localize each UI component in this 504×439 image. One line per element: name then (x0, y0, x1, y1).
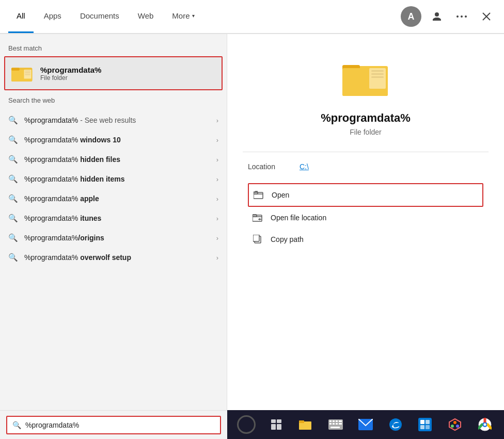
location-label: Location (248, 162, 289, 171)
list-item[interactable]: 🔍 %programdata%/origins › (0, 228, 227, 248)
copy-icon (252, 234, 263, 245)
folder-icon (11, 62, 33, 84)
svg-rect-38 (339, 420, 342, 422)
person-icon[interactable] (428, 7, 446, 26)
result-text: %programdata% - See web results (24, 116, 210, 124)
file-explorer-icon[interactable] (295, 414, 317, 435)
best-match-subtitle: File folder (40, 74, 101, 82)
svg-rect-19 (369, 68, 386, 89)
search-icon: 🔍 (8, 155, 18, 164)
list-item[interactable]: 🔍 %programdata% apple › (0, 189, 227, 208)
svg-point-53 (451, 425, 454, 428)
list-item[interactable]: 🔍 %programdata% itunes › (0, 208, 227, 228)
list-item[interactable]: 🔍 %programdata% hidden items › (0, 169, 227, 189)
svg-rect-49 (420, 425, 424, 429)
top-nav: All Apps Documents Web More ▾ A (0, 0, 504, 34)
more-options-icon[interactable] (452, 7, 471, 26)
list-item[interactable]: 🔍 %programdata% overwolf setup › (0, 248, 227, 267)
svg-rect-21 (254, 192, 258, 194)
search-icon: 🔍 (8, 194, 18, 203)
open-file-location-action[interactable]: Open file location (248, 207, 483, 229)
open-label: Open (272, 191, 289, 199)
svg-rect-12 (24, 70, 32, 79)
svg-rect-35 (329, 420, 332, 422)
tab-documents[interactable]: Documents (72, 0, 128, 33)
result-text: %programdata% itunes (24, 214, 210, 222)
svg-point-2 (465, 15, 467, 18)
tab-apps[interactable]: Apps (36, 0, 70, 33)
svg-rect-42 (339, 423, 342, 425)
open-file-location-label: Open file location (271, 214, 326, 222)
edge-icon[interactable] (385, 414, 406, 435)
chevron-right-icon: › (216, 215, 218, 222)
search-icon: 🔍 (8, 116, 18, 125)
chevron-right-icon: › (216, 234, 218, 242)
right-panel-title: %programdata% (321, 111, 411, 125)
avatar[interactable]: A (401, 6, 421, 27)
tab-more[interactable]: More ▾ (164, 0, 202, 33)
result-text: %programdata% hidden items (24, 175, 210, 183)
location-value[interactable]: C:\ (300, 162, 309, 171)
search-icon: 🔍 (8, 135, 18, 144)
chevron-right-icon: › (216, 156, 218, 164)
search-icon: 🔍 (8, 174, 18, 184)
svg-rect-39 (329, 423, 332, 425)
open-action[interactable]: Open (248, 183, 483, 207)
result-text: %programdata% overwolf setup (24, 253, 210, 262)
list-item[interactable]: 🔍 %programdata% windows 10 › (0, 130, 227, 150)
svg-rect-31 (277, 424, 281, 430)
chrome-icon[interactable] (474, 414, 496, 435)
tab-all[interactable]: All (8, 0, 34, 33)
result-text: %programdata%/origins (24, 234, 210, 242)
search-web-label: Search the web (0, 92, 227, 106)
close-icon[interactable] (477, 7, 496, 26)
keyboard-icon[interactable] (325, 414, 346, 435)
result-text: %programdata% windows 10 (24, 136, 210, 144)
svg-rect-46 (418, 418, 432, 431)
action-list: Open Open file location (243, 183, 489, 250)
svg-rect-50 (426, 425, 430, 429)
mail-icon[interactable] (355, 414, 376, 435)
right-folder-icon (342, 55, 389, 101)
svg-rect-33 (299, 420, 304, 423)
best-match-title: %programdata% (40, 66, 101, 74)
search-input-box[interactable]: 🔍 %programdata% (6, 416, 221, 434)
photos-icon[interactable] (444, 414, 466, 435)
taskbar (227, 410, 504, 439)
svg-point-54 (456, 425, 459, 428)
svg-rect-28 (271, 419, 276, 423)
task-view-icon[interactable] (265, 414, 287, 435)
chevron-right-icon: › (216, 254, 218, 262)
file-location-icon (252, 212, 263, 223)
location-row: Location C:\ (243, 162, 489, 171)
svg-rect-47 (420, 420, 424, 424)
svg-rect-41 (336, 423, 338, 425)
list-item[interactable]: 🔍 %programdata% hidden files › (0, 150, 227, 169)
copy-path-label: Copy path (271, 235, 304, 243)
start-button[interactable] (235, 414, 257, 435)
store-icon[interactable] (414, 414, 436, 435)
best-match-label: Best match (0, 40, 227, 54)
result-text: %programdata% hidden files (24, 155, 210, 164)
search-input-icon: 🔍 (12, 421, 21, 429)
svg-rect-48 (426, 420, 430, 424)
svg-rect-22 (253, 215, 262, 221)
search-input[interactable]: %programdata% (25, 421, 79, 429)
svg-rect-27 (253, 235, 259, 241)
nav-right: A (401, 6, 496, 27)
chevron-right-icon: › (216, 136, 218, 144)
chevron-right-icon: › (216, 195, 218, 203)
chevron-right-icon: › (216, 175, 218, 183)
svg-rect-43 (330, 427, 340, 428)
best-match-item[interactable]: %programdata% File folder (4, 56, 223, 90)
search-icon: 🔍 (8, 233, 18, 242)
svg-rect-20 (254, 192, 263, 199)
tab-web[interactable]: Web (130, 0, 162, 33)
svg-rect-30 (271, 424, 276, 430)
divider (243, 152, 489, 152)
copy-path-action[interactable]: Copy path (248, 229, 483, 250)
search-results-list: 🔍 %programdata% - See web results › 🔍 %p… (0, 110, 227, 267)
result-text: %programdata% apple (24, 194, 210, 203)
svg-point-45 (389, 418, 402, 431)
list-item[interactable]: 🔍 %programdata% - See web results › (0, 110, 227, 130)
